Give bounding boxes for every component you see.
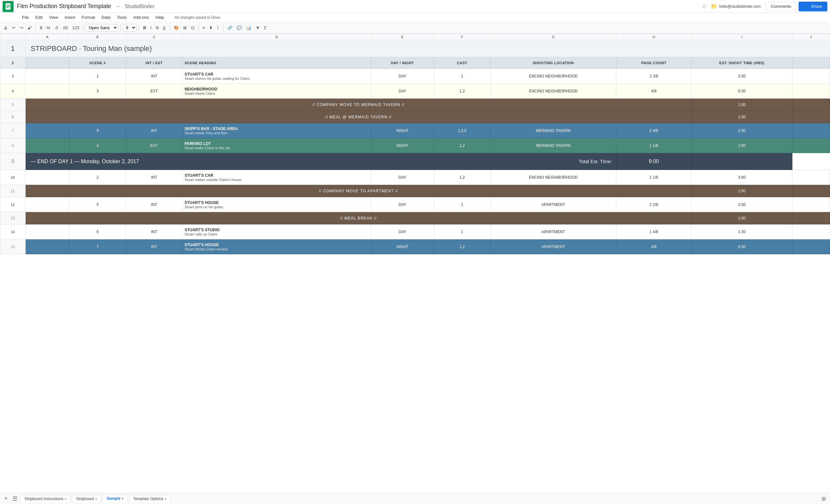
borders-button[interactable]: ⊞ <box>182 24 188 31</box>
cell-8b: 4 <box>69 138 126 153</box>
share-label: Share <box>811 4 822 9</box>
row-num-2: 2 <box>0 57 26 69</box>
cell-10a <box>25 170 69 185</box>
cell-8c: EXT <box>126 138 182 153</box>
toolbar-sep-3 <box>120 25 121 31</box>
cell-4a <box>25 84 69 99</box>
scene-heading-15: STUART'S HOUSE <box>185 243 369 247</box>
star-icon[interactable]: ☆ <box>702 3 707 10</box>
col-c[interactable]: C <box>126 34 182 40</box>
cell-14i: 1:30 <box>692 224 792 239</box>
decimal-increase[interactable]: .00 <box>61 24 70 31</box>
cell-11-text: // COMPANY MOVE TO APARTMENT // <box>25 185 692 197</box>
print-button[interactable]: 🖨 <box>2 24 9 31</box>
cell-3h: 2 3/8 <box>616 69 692 84</box>
undo-button[interactable]: ↩ <box>10 24 17 31</box>
cell-14e: DAY <box>371 224 434 239</box>
col-f[interactable]: F <box>434 34 490 40</box>
merge-button[interactable]: ⊡ <box>189 24 196 31</box>
col-g[interactable]: G <box>490 34 616 40</box>
cell-15f: 1,2 <box>434 239 490 254</box>
table-row: 14 6 INT STUART'S STUDIO Stuart calls up… <box>0 224 830 239</box>
title-separator: – <box>115 3 123 9</box>
comment-button[interactable]: 💬 <box>235 24 244 31</box>
cell-9-text: — END OF DAY 1 — Monday, October 2, 2017 <box>25 153 490 170</box>
menu-tools[interactable]: Tools <box>114 14 129 21</box>
italic-button[interactable]: I <box>149 24 153 31</box>
font-size-select[interactable]: 9 <box>123 24 136 31</box>
scene-heading-3: STUART'S CAR <box>185 72 369 76</box>
app-logo <box>3 1 13 12</box>
align-button[interactable]: ≡ <box>201 24 207 31</box>
paint-format-button[interactable]: 🖌 <box>26 24 33 31</box>
cell-14j <box>792 224 830 239</box>
decimal-decrease[interactable]: .0 <box>53 24 60 31</box>
cell-6-time: 1:00 <box>692 111 792 123</box>
fill-color-button[interactable]: 🎨 <box>172 24 181 31</box>
cell-10d: STUART'S CAR Stuart stakes outside Clair… <box>183 170 371 185</box>
currency-button[interactable]: $ <box>38 24 44 31</box>
cell-8e: NIGHT <box>371 138 434 153</box>
col-a[interactable]: A <box>25 34 69 40</box>
redo-button[interactable]: ↪ <box>18 24 25 31</box>
header-shoottime: EST. SHOOT TIME (HRS) <box>692 57 792 69</box>
col-h[interactable]: H <box>616 34 692 40</box>
cell-9-total-time: 9:00 <box>616 153 692 170</box>
menu-data[interactable]: Data <box>99 14 113 21</box>
header-daynight: DAY / NIGHT <box>371 57 434 69</box>
cell-7c: INT <box>126 123 182 138</box>
menu-addons[interactable]: Add-ons <box>131 14 151 21</box>
table-row: 7 9 INT SKIPP'S BAR - STAGE AREA Stuart … <box>0 123 830 138</box>
valign-button[interactable]: ⬍ <box>208 24 214 31</box>
cell-15b: 7 <box>69 239 126 254</box>
col-d[interactable]: D <box>183 34 371 40</box>
cell-3f: 1 <box>434 69 490 84</box>
cell-5-text: // COMPANY MOVE TO MERMAID TAVERN // <box>25 99 692 111</box>
wrap-button[interactable]: ⤵ <box>215 24 221 31</box>
chart-button[interactable]: 📊 <box>245 24 253 31</box>
cell-12d: STUART'S HOUSE Stuart jams on his guitar… <box>183 197 371 212</box>
font-family-select[interactable]: Open Sans <box>86 24 118 31</box>
menu-file[interactable]: File <box>20 14 31 21</box>
col-b[interactable]: B <box>69 34 126 40</box>
underline-button[interactable]: A <box>161 24 167 31</box>
function-button[interactable]: Σ <box>262 24 268 31</box>
row-num-6: 6 <box>0 111 26 123</box>
share-button[interactable]: 👤 Share <box>799 2 827 11</box>
menu-insert[interactable]: Insert <box>62 14 78 21</box>
spreadsheet-wrapper: A B C D E F G H I J 1 STRIPBOARD · Touri… <box>0 34 830 493</box>
cell-10b: 2 <box>69 170 126 185</box>
row-num-14: 14 <box>0 224 26 239</box>
cell-8d: PARKING LOT Stuart walks Claire to the c… <box>183 138 371 153</box>
cell-12f: 1 <box>434 197 490 212</box>
filter-button[interactable]: ▼ <box>254 24 261 31</box>
toolbar-sep-2 <box>83 25 83 31</box>
scene-desc-8: Stuart walks Claire to the car. <box>185 146 369 150</box>
header-pagecount: PAGE COUNT <box>616 57 692 69</box>
col-i[interactable]: I <box>692 34 792 40</box>
comments-button[interactable]: Comments <box>766 2 796 11</box>
cell-10g: ENCINO NEIGHBORHOOD <box>490 170 616 185</box>
folder-icon[interactable]: 📁 <box>711 3 717 9</box>
percent-button[interactable]: % <box>45 24 52 31</box>
scene-desc-10: Stuart stakes outside Claire's house. <box>185 178 369 182</box>
menu-edit[interactable]: Edit <box>33 14 45 21</box>
cell-12e: DAY <box>371 197 434 212</box>
cell-5-time: 1:00 <box>692 99 792 111</box>
scene-heading-10: STUART'S CAR <box>185 173 369 178</box>
menu-view[interactable]: View <box>46 14 61 21</box>
row-num-7: 7 <box>0 123 26 138</box>
sheet-table: A B C D E F G H I J 1 STRIPBOARD · Touri… <box>0 34 830 254</box>
bold-button[interactable]: B <box>141 24 148 31</box>
strikethrough-button[interactable]: S <box>154 24 160 31</box>
cell-7i: 2:00 <box>692 123 792 138</box>
col-j[interactable]: J <box>792 34 830 40</box>
col-e[interactable]: E <box>371 34 434 40</box>
cell-15g: APARTMENT <box>490 239 616 254</box>
link-button[interactable]: 🔗 <box>226 24 234 31</box>
menu-help[interactable]: Help <box>153 14 167 21</box>
cell-9j <box>692 153 792 170</box>
format-123[interactable]: 123 <box>71 24 81 31</box>
cell-3e: DAY <box>371 69 434 84</box>
menu-format[interactable]: Format <box>79 14 98 21</box>
